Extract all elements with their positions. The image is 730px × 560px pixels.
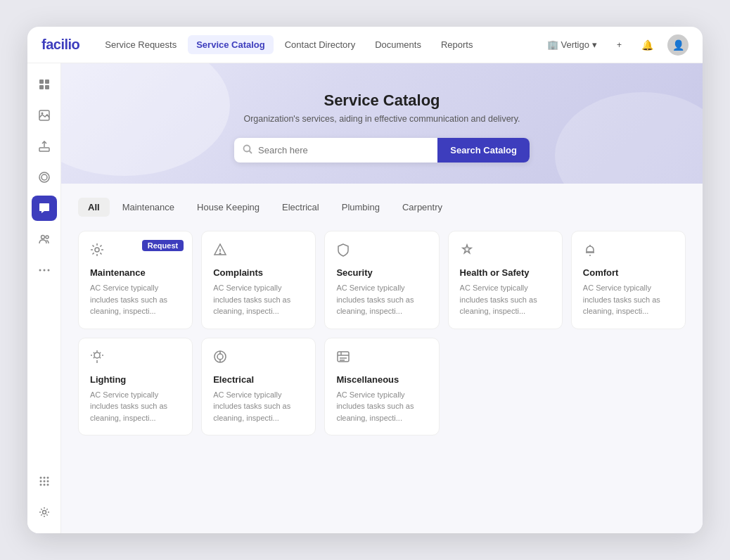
electrical-desc: AC Service typically includes tasks such… bbox=[213, 389, 304, 424]
nav-item-reports[interactable]: Reports bbox=[433, 35, 482, 54]
nav-item-documents[interactable]: Documents bbox=[366, 35, 430, 54]
filter-tab-plumbing[interactable]: Plumbing bbox=[332, 198, 390, 217]
nav-item-service-catalog[interactable]: Service Catalog bbox=[188, 35, 274, 54]
filter-tab-carpentry[interactable]: Carpentry bbox=[392, 198, 452, 217]
svg-line-38 bbox=[100, 357, 101, 357]
hero-title: Service Catalog bbox=[75, 91, 689, 110]
hero-section: Service Catalog Organization's services,… bbox=[61, 63, 703, 184]
svg-rect-2 bbox=[39, 85, 44, 89]
card-complaints[interactable]: Complaints AC Service typically includes… bbox=[201, 231, 316, 329]
hero-subtitle: Organization's services, aiding in effec… bbox=[75, 114, 689, 124]
svg-point-23 bbox=[42, 511, 46, 514]
workspace-icon: 🏢 bbox=[547, 39, 558, 50]
top-navigation: facilio Service Requests Service Catalog… bbox=[27, 27, 703, 63]
avatar-initials: 👤 bbox=[672, 39, 684, 51]
svg-point-5 bbox=[41, 113, 43, 115]
search-input-wrap bbox=[234, 138, 437, 163]
search-catalog-button[interactable]: Search Catalog bbox=[437, 138, 530, 163]
health-safety-desc: AC Service typically includes tasks such… bbox=[460, 282, 551, 317]
sidebar-icon-image[interactable] bbox=[32, 103, 57, 128]
comfort-desc: AC Service typically includes tasks such… bbox=[583, 282, 674, 317]
sidebar-icon-settings[interactable] bbox=[32, 499, 57, 525]
nav-item-service-requests[interactable]: Service Requests bbox=[96, 35, 185, 54]
svg-rect-1 bbox=[45, 79, 49, 84]
sidebar-icon-upload[interactable] bbox=[32, 134, 57, 159]
svg-point-24 bbox=[244, 146, 250, 152]
nav-item-contact-directory[interactable]: Contact Directory bbox=[276, 35, 364, 54]
sidebar bbox=[27, 63, 61, 533]
svg-point-20 bbox=[39, 484, 41, 486]
chevron-down-icon: ▾ bbox=[592, 39, 597, 50]
sidebar-icon-more[interactable] bbox=[32, 257, 57, 283]
workspace-switcher[interactable]: 🏢 Vertigo ▾ bbox=[542, 37, 603, 53]
complaints-title: Complaints bbox=[213, 267, 304, 278]
search-input[interactable] bbox=[258, 138, 429, 163]
health-safety-icon bbox=[460, 243, 551, 260]
catalog-area: All Maintenance House Keeping Electrical… bbox=[61, 184, 703, 450]
nav-right-area: 🏢 Vertigo ▾ + 🔔 👤 bbox=[542, 34, 689, 56]
maintenance-desc: AC Service typically includes tasks such… bbox=[90, 282, 181, 317]
filter-tab-housekeeping[interactable]: House Keeping bbox=[187, 198, 269, 217]
sidebar-icon-apps[interactable] bbox=[32, 469, 57, 494]
avatar[interactable]: 👤 bbox=[667, 34, 689, 56]
security-icon bbox=[336, 243, 427, 260]
sidebar-icon-coin[interactable] bbox=[32, 165, 57, 190]
security-desc: AC Service typically includes tasks such… bbox=[336, 282, 427, 317]
svg-point-13 bbox=[47, 269, 49, 272]
sidebar-icon-grid[interactable] bbox=[32, 72, 57, 97]
svg-rect-0 bbox=[39, 79, 44, 84]
complaints-desc: AC Service typically includes tasks such… bbox=[213, 282, 304, 317]
add-button[interactable]: + bbox=[611, 37, 627, 53]
search-bar: Search Catalog bbox=[234, 138, 530, 163]
comfort-icon bbox=[583, 243, 674, 260]
card-lighting[interactable]: Lighting AC Service typically includes t… bbox=[78, 338, 193, 436]
workspace-name: Vertigo bbox=[561, 39, 589, 50]
svg-line-37 bbox=[94, 352, 94, 352]
card-health-safety[interactable]: Health or Safety AC Service typically in… bbox=[448, 231, 563, 329]
maintenance-title: Maintenance bbox=[90, 267, 181, 278]
miscellaneous-desc: AC Service typically includes tasks such… bbox=[336, 389, 427, 424]
health-safety-title: Health or Safety bbox=[460, 267, 551, 278]
card-miscellaneous[interactable]: Miscellaneous AC Service typically inclu… bbox=[324, 338, 439, 436]
svg-point-8 bbox=[41, 174, 47, 180]
sidebar-icon-chat[interactable] bbox=[32, 196, 57, 221]
electrical-title: Electrical bbox=[213, 374, 304, 385]
bell-icon: 🔔 bbox=[641, 39, 653, 51]
card-comfort[interactable]: Comfort AC Service typically includes ta… bbox=[571, 231, 686, 329]
svg-point-19 bbox=[46, 481, 49, 483]
search-icon bbox=[243, 144, 252, 156]
electrical-icon bbox=[213, 350, 304, 367]
card-security[interactable]: Security AC Service typically includes t… bbox=[324, 231, 439, 329]
card-electrical[interactable]: Electrical AC Service typically includes… bbox=[201, 338, 316, 436]
svg-point-26 bbox=[95, 248, 99, 252]
filter-tab-all[interactable]: All bbox=[78, 198, 110, 217]
svg-point-15 bbox=[43, 477, 45, 479]
svg-line-39 bbox=[100, 352, 101, 352]
svg-point-12 bbox=[43, 269, 45, 272]
svg-point-32 bbox=[94, 352, 100, 358]
complaints-icon bbox=[213, 243, 304, 260]
filter-tab-electrical[interactable]: Electrical bbox=[272, 198, 329, 217]
miscellaneous-title: Miscellaneous bbox=[336, 374, 427, 385]
svg-point-14 bbox=[39, 477, 41, 479]
notification-button[interactable]: 🔔 bbox=[636, 37, 659, 53]
svg-point-9 bbox=[41, 236, 44, 239]
sidebar-icon-people[interactable] bbox=[32, 227, 57, 252]
svg-point-42 bbox=[217, 354, 223, 359]
filter-tab-maintenance[interactable]: Maintenance bbox=[113, 198, 184, 217]
lighting-desc: AC Service typically includes tasks such… bbox=[90, 389, 181, 424]
svg-point-16 bbox=[46, 477, 49, 479]
comfort-title: Comfort bbox=[583, 267, 674, 278]
svg-line-25 bbox=[250, 151, 252, 154]
security-title: Security bbox=[336, 267, 427, 278]
svg-point-21 bbox=[43, 484, 45, 486]
cards-row-2: Lighting AC Service typically includes t… bbox=[78, 338, 686, 436]
card-maintenance[interactable]: Request Maintenance AC Service typically… bbox=[78, 231, 193, 329]
app-window: facilio Service Requests Service Catalog… bbox=[27, 27, 703, 533]
svg-point-22 bbox=[46, 484, 49, 486]
lighting-icon bbox=[90, 350, 181, 367]
main-layout: Service Catalog Organization's services,… bbox=[27, 63, 703, 533]
svg-point-28 bbox=[219, 253, 221, 255]
logo: facilio bbox=[41, 37, 79, 53]
lighting-title: Lighting bbox=[90, 374, 181, 385]
